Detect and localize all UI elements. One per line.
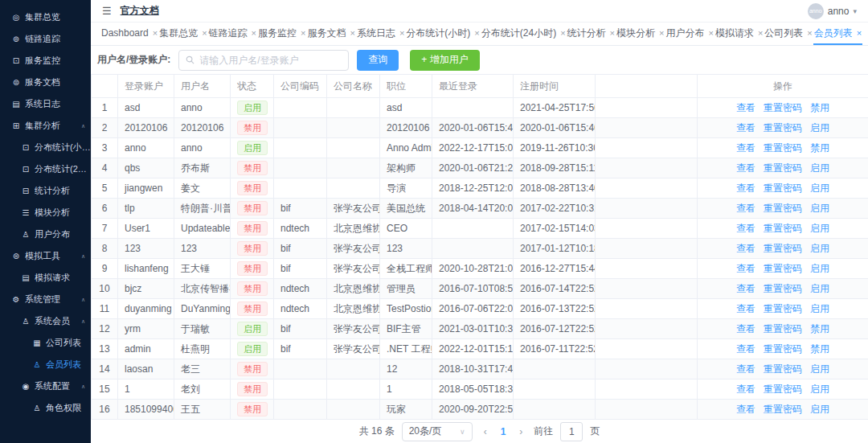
toggle-status-link[interactable]: 启用 [810,283,829,294]
view-link[interactable]: 查看 [736,363,755,375]
sidebar-item-daily-distribution[interactable]: ⊡分布统计(24小时) [0,158,91,180]
view-link[interactable]: 查看 [736,162,755,174]
reset-password-link[interactable]: 重置密码 [764,122,802,133]
toggle-status-link[interactable]: 启用 [810,384,829,395]
view-link[interactable]: 查看 [736,303,755,314]
sidebar-item-system-config[interactable]: ◉系统配置∧ [0,375,91,397]
tab-item-8[interactable]: 统计分析× [567,23,616,45]
add-user-button[interactable]: + 增加用户 [410,50,479,71]
close-icon[interactable]: × [857,28,862,38]
close-icon[interactable]: × [708,28,713,38]
tab-item-3[interactable]: 服务监控× [257,23,306,45]
sidebar-item-role-permission[interactable]: ♙角色权限 [0,397,91,419]
tab-item-1[interactable]: 集群总览× [158,23,207,45]
toggle-status-link[interactable]: 禁用 [810,323,829,334]
view-link[interactable]: 查看 [736,183,755,194]
sidebar-item-system-management[interactable]: ⚙系统管理∧ [0,289,91,310]
view-link[interactable]: 查看 [736,122,755,133]
view-link[interactable]: 查看 [736,102,755,113]
close-icon[interactable]: × [153,28,158,38]
toggle-status-link[interactable]: 启用 [810,263,829,274]
reset-password-link[interactable]: 重置密码 [764,243,802,254]
close-icon[interactable]: × [301,28,305,38]
next-page-button[interactable]: › [515,426,526,437]
toggle-status-link[interactable]: 启用 [810,363,829,375]
tab-dashboard[interactable]: Dashboard× [100,23,158,45]
toggle-status-link[interactable]: 启用 [810,243,829,254]
sidebar-item-mock-request[interactable]: ▤模拟请求 [0,267,91,289]
view-link[interactable]: 查看 [736,384,755,395]
toggle-status-link[interactable]: 启用 [810,183,829,194]
reset-password-link[interactable]: 重置密码 [764,142,802,154]
reset-password-link[interactable]: 重置密码 [764,343,802,355]
sidebar-item-statistics-analysis[interactable]: ⊟统计分析 [0,180,91,202]
sidebar-item-member-list[interactable]: ♙会员列表 [0,354,91,375]
tab-item-7[interactable]: 分布统计(24小时)× [481,23,567,45]
reset-password-link[interactable]: 重置密码 [764,263,802,274]
search-input[interactable] [199,55,342,66]
reset-password-link[interactable]: 重置密码 [764,283,802,294]
goto-page-input[interactable] [560,422,583,441]
toggle-status-link[interactable]: 启用 [810,303,829,314]
close-icon[interactable]: × [758,28,763,38]
tab-item-2[interactable]: 链路追踪× [208,23,257,45]
reset-password-link[interactable]: 重置密码 [764,102,802,113]
reset-password-link[interactable]: 重置密码 [764,303,802,314]
close-icon[interactable]: × [350,28,354,38]
tab-item-5[interactable]: 系统日志× [356,23,405,45]
view-link[interactable]: 查看 [736,343,755,355]
reset-password-link[interactable]: 重置密码 [764,363,802,375]
reset-password-link[interactable]: 重置密码 [764,223,802,234]
hamburger-menu-icon[interactable]: ☰ [102,6,112,16]
close-icon[interactable]: × [399,28,404,38]
sidebar-item-user-distribution[interactable]: ♙用户分布 [0,224,91,245]
reset-password-link[interactable]: 重置密码 [764,404,802,415]
sidebar-item-mock-tools[interactable]: ⊜模拟工具∧ [0,245,91,267]
sidebar-item-service-doc[interactable]: ⊜服务文档 [0,72,91,93]
close-icon[interactable]: × [610,28,615,38]
view-link[interactable]: 查看 [736,243,755,254]
toggle-status-link[interactable]: 启用 [810,223,829,234]
toggle-status-link[interactable]: 禁用 [810,343,829,355]
close-icon[interactable]: × [474,28,479,38]
page-size-select[interactable]: 20条/页 ∨ [402,422,473,441]
sidebar-item-cluster-analysis[interactable]: ⊞集群分析∧ [0,115,91,137]
sidebar-item-cluster-overview[interactable]: ◎集群总览 [0,6,91,28]
view-link[interactable]: 查看 [736,203,755,214]
toggle-status-link[interactable]: 禁用 [810,142,829,154]
view-link[interactable]: 查看 [736,263,755,274]
tab-item-11[interactable]: 模拟请求× [714,23,764,45]
close-icon[interactable]: × [202,28,207,38]
prev-page-button[interactable]: ‹ [480,426,491,437]
sidebar-item-company-list[interactable]: ▦公司列表 [0,332,91,354]
view-link[interactable]: 查看 [736,142,755,154]
query-button[interactable]: 查询 [357,50,399,71]
sidebar-item-link-trace[interactable]: ⊚链路追踪 [0,28,91,50]
toggle-status-link[interactable]: 启用 [810,203,829,214]
view-link[interactable]: 查看 [736,223,755,234]
tab-item-13[interactable]: 会员列表× [813,23,862,45]
view-link[interactable]: 查看 [736,283,755,294]
toggle-status-link[interactable]: 禁用 [810,102,829,113]
sidebar-item-service-monitor[interactable]: ⊡服务监控 [0,50,91,72]
close-icon[interactable]: × [560,28,565,38]
user-menu[interactable]: anno anno ▾ [808,3,857,19]
sidebar-item-hourly-distribution[interactable]: ⊡分布统计(小时) [0,137,91,158]
sidebar-item-system-log[interactable]: ▤系统日志 [0,93,91,115]
toggle-status-link[interactable]: 启用 [810,162,829,174]
close-icon[interactable]: × [807,28,812,38]
reset-password-link[interactable]: 重置密码 [764,203,802,214]
sidebar-item-system-members[interactable]: ♙系统会员∧ [0,310,91,332]
toggle-status-link[interactable]: 启用 [810,404,829,415]
current-page[interactable]: 1 [498,426,509,437]
reset-password-link[interactable]: 重置密码 [764,162,802,174]
view-link[interactable]: 查看 [736,404,755,415]
official-docs-link[interactable]: 官方文档 [121,4,159,18]
tab-item-12[interactable]: 公司列表× [764,23,813,45]
reset-password-link[interactable]: 重置密码 [764,384,802,395]
close-icon[interactable]: × [659,28,664,38]
sidebar-item-module-analysis[interactable]: ☰模块分析 [0,202,91,224]
view-link[interactable]: 查看 [736,323,755,334]
close-icon[interactable]: × [252,28,256,38]
tab-item-6[interactable]: 分布统计(小时)× [405,23,480,45]
